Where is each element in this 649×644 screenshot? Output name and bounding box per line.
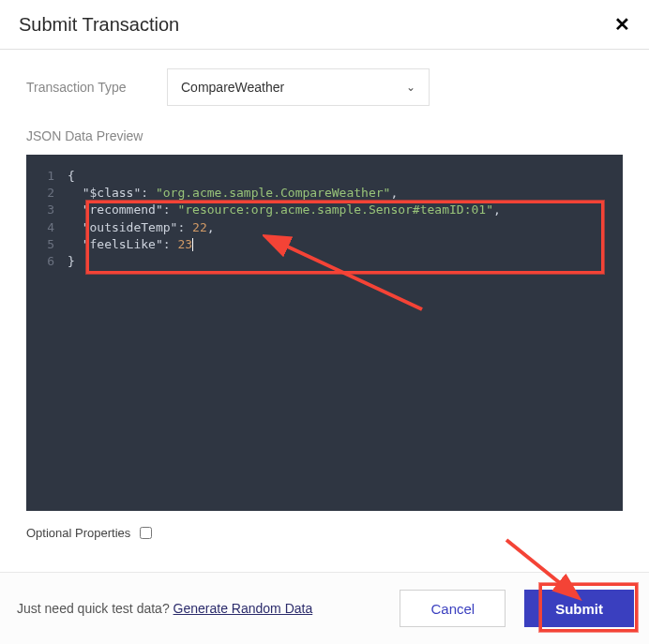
code-content: "recommend": "resource:org.acme.sample.S… (68, 202, 501, 218)
modal-header: Submit Transaction ✕ (0, 0, 649, 50)
transaction-type-select[interactable]: CompareWeather ⌄ (167, 68, 430, 106)
hint-text: Just need quick test data? (17, 601, 174, 616)
cancel-button[interactable]: Cancel (400, 590, 506, 627)
modal-title: Submit Transaction (19, 14, 179, 36)
line-number: 3 (26, 202, 68, 218)
quick-test-hint: Just need quick test data? Generate Rand… (15, 601, 312, 616)
code-line: 3 "recommend": "resource:org.acme.sample… (26, 202, 623, 218)
optional-properties-checkbox[interactable] (140, 527, 152, 539)
code-content: } (68, 253, 75, 270)
code-line: 1{ (26, 168, 623, 185)
generate-random-data-link[interactable]: Generate Random Data (174, 601, 313, 616)
json-preview-label: JSON Data Preview (26, 128, 623, 143)
close-icon[interactable]: ✕ (614, 13, 630, 36)
code-line: 6} (26, 253, 623, 270)
modal-footer: Just need quick test data? Generate Rand… (0, 572, 649, 644)
line-number: 4 (26, 219, 68, 236)
optional-properties-row: Optional Properties (0, 520, 649, 551)
transaction-type-value: CompareWeather (181, 80, 284, 95)
optional-properties-label: Optional Properties (26, 526, 130, 540)
line-number: 6 (26, 253, 68, 270)
transaction-type-label: Transaction Type (26, 80, 167, 95)
json-editor[interactable]: 1{2 "$class": "org.acme.sample.CompareWe… (26, 155, 623, 511)
code-line: 4 "outsideTemp": 22, (26, 219, 623, 236)
code-content: { (68, 168, 75, 185)
line-number: 5 (26, 236, 68, 253)
code-content: "feelsLike": 23 (68, 236, 193, 253)
line-number: 1 (26, 168, 68, 185)
code-content: "outsideTemp": 22, (68, 219, 215, 236)
line-number: 2 (26, 185, 68, 202)
code-line: 5 "feelsLike": 23 (26, 236, 623, 253)
chevron-down-icon: ⌄ (406, 81, 415, 94)
code-line: 2 "$class": "org.acme.sample.CompareWeat… (26, 185, 623, 202)
code-content: "$class": "org.acme.sample.CompareWeathe… (68, 185, 398, 202)
submit-transaction-modal: Submit Transaction ✕ Transaction Type Co… (0, 0, 649, 644)
submit-button[interactable]: Submit (524, 590, 634, 627)
transaction-type-row: Transaction Type CompareWeather ⌄ (26, 68, 623, 106)
modal-body: Transaction Type CompareWeather ⌄ JSON D… (0, 50, 649, 520)
